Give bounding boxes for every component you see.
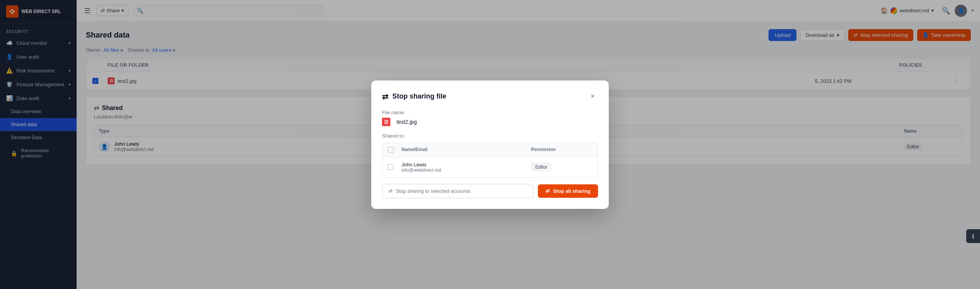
modal-header: ⇄ Stop sharing file × xyxy=(382,91,598,102)
shared-to-label: Shared to: xyxy=(382,133,598,139)
modal-table-header: Name/Email Permission xyxy=(382,143,598,157)
modal-user-info: John Lewis info@webdirect.md xyxy=(402,162,531,173)
modal-checkbox-col xyxy=(388,147,402,153)
permission-col: Permission xyxy=(531,147,592,153)
modal-close-button[interactable]: × xyxy=(587,91,598,102)
modal-file-name: 🖼 test2.jpg xyxy=(382,118,598,126)
modal-user-email: info@webdirect.md xyxy=(402,167,531,173)
modal-permission-badge: Editor xyxy=(531,163,551,171)
share-icon: ⇄ xyxy=(388,188,393,194)
close-icon: × xyxy=(591,92,595,100)
modal-row-checkbox[interactable] xyxy=(388,164,402,170)
file-icon: 🖼 xyxy=(382,118,390,126)
share-icon: ⇄ xyxy=(546,188,550,194)
modal-file-name-text: test2.jpg xyxy=(397,119,417,125)
modal-shared-table: Name/Email Permission John Lewis info@we… xyxy=(382,143,598,178)
stop-sharing-modal: ⇄ Stop sharing file × File name: 🖼 test2… xyxy=(371,80,609,209)
row-checkbox[interactable] xyxy=(388,164,394,170)
modal-title: ⇄ Stop sharing file xyxy=(382,92,446,101)
modal-footer: ⇄ Stop sharing to selected accounts ⇄ St… xyxy=(382,184,598,198)
name-email-col: Name/Email xyxy=(402,147,531,153)
share-icon: ⇄ xyxy=(382,92,388,101)
modal-permission-cell: Editor xyxy=(531,163,592,171)
stop-all-sharing-button[interactable]: ⇄ Stop all sharing xyxy=(538,184,598,198)
file-name-label: File name: xyxy=(382,110,598,115)
modal-user-name: John Lewis xyxy=(402,162,531,167)
modal-overlay[interactable]: ⇄ Stop sharing file × File name: 🖼 test2… xyxy=(0,0,980,289)
stop-all-text: Stop all sharing xyxy=(553,188,590,194)
stop-sharing-selected-button[interactable]: ⇄ Stop sharing to selected accounts xyxy=(382,184,533,198)
modal-title-text: Stop sharing file xyxy=(392,92,446,100)
modal-table-row: John Lewis info@webdirect.md Editor xyxy=(382,157,598,177)
stop-selected-text: Stop sharing to selected accounts xyxy=(396,188,470,194)
header-checkbox[interactable] xyxy=(388,147,394,153)
